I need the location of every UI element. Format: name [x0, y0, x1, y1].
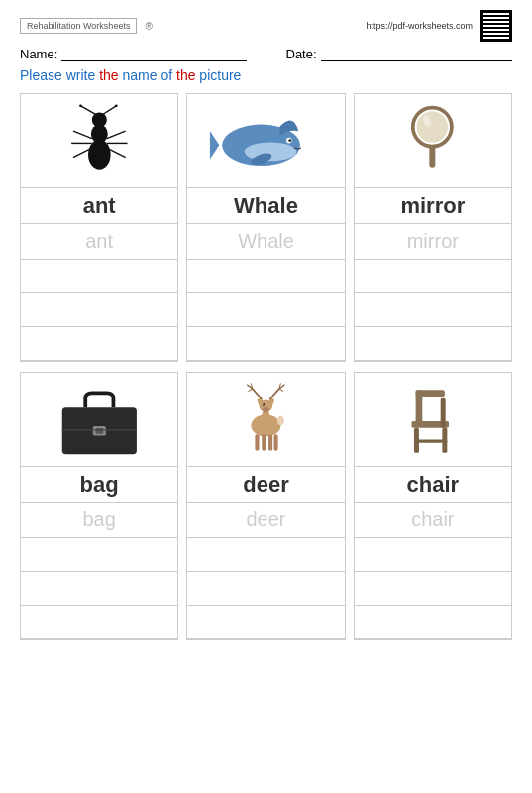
write-row-deer-1[interactable]: [187, 538, 344, 572]
word-ghost-whale: Whale: [187, 224, 344, 260]
name-date-row: Name: Date:: [20, 46, 512, 61]
svg-point-46: [277, 416, 284, 426]
image-whale: [187, 94, 344, 188]
svg-rect-42: [256, 435, 260, 451]
registration-mark: ®: [145, 21, 152, 32]
website-url: https://pdf-worksheets.com: [366, 21, 473, 31]
word-bold-deer: deer: [187, 467, 344, 503]
date-underline: [321, 46, 512, 61]
svg-rect-25: [95, 428, 103, 434]
svg-line-41: [279, 389, 283, 392]
date-label: Date:: [286, 47, 317, 61]
write-row-whale-3[interactable]: [187, 327, 344, 361]
word-bold-whale: Whale: [187, 188, 344, 224]
card-chair: chair chair: [354, 372, 512, 640]
write-row-ant-3[interactable]: [21, 327, 177, 361]
svg-line-5: [103, 106, 116, 114]
write-row-mirror-2[interactable]: [355, 293, 511, 327]
card-mirror: mirror mirror: [354, 93, 512, 362]
write-row-ant-1[interactable]: [21, 260, 177, 293]
ant-illustration: [37, 103, 162, 177]
image-mirror: [355, 94, 511, 188]
write-row-whale-2[interactable]: [187, 293, 344, 327]
svg-rect-48: [416, 391, 445, 397]
write-row-mirror-1[interactable]: [355, 260, 511, 293]
instruction-the2: the: [176, 67, 195, 83]
write-row-chair-3[interactable]: [355, 606, 511, 639]
write-row-mirror-3[interactable]: [355, 327, 511, 361]
card-whale: Whale Whale: [186, 93, 345, 362]
svg-rect-45: [274, 435, 278, 451]
card-deer: deer deer: [186, 372, 345, 640]
svg-point-20: [417, 112, 449, 144]
chair-illustration: [370, 382, 495, 456]
svg-point-2: [92, 113, 107, 128]
write-row-bag-3[interactable]: [21, 606, 177, 639]
instruction-the: the: [99, 67, 118, 83]
page-header: Rehabilitation Worksheets ® https://pdf-…: [20, 10, 512, 42]
svg-point-1: [91, 125, 108, 144]
svg-rect-28: [262, 411, 269, 426]
qr-code: [480, 10, 512, 42]
mirror-illustration: [370, 103, 495, 177]
svg-line-3: [80, 106, 95, 114]
write-row-bag-2[interactable]: [21, 572, 177, 606]
word-ghost-deer: deer: [187, 503, 344, 538]
write-row-chair-1[interactable]: [355, 538, 511, 572]
svg-point-17: [289, 140, 292, 143]
watermark-label: Rehabilitation Worksheets: [20, 18, 137, 34]
write-row-chair-2[interactable]: [355, 572, 511, 606]
write-row-deer-2[interactable]: [187, 572, 344, 606]
cards-grid-row1: ant ant: [20, 93, 512, 362]
word-ghost-chair: chair: [355, 503, 511, 538]
svg-line-38: [270, 389, 280, 399]
card-ant: ant ant: [20, 93, 178, 362]
svg-line-10: [107, 132, 126, 140]
deer-illustration: [203, 382, 329, 456]
word-ghost-bag: bag: [21, 503, 177, 538]
svg-marker-14: [210, 132, 219, 160]
svg-line-34: [253, 389, 263, 399]
write-row-ant-2[interactable]: [21, 293, 177, 327]
name-label: Name:: [20, 47, 57, 61]
cards-grid-row2: bag bag: [20, 372, 512, 640]
word-bold-bag: bag: [21, 467, 177, 503]
svg-point-6: [115, 105, 118, 108]
svg-point-30: [263, 407, 269, 412]
bag-illustration: [37, 382, 162, 456]
svg-rect-43: [262, 435, 266, 451]
card-bag: bag bag: [20, 372, 178, 640]
word-ghost-mirror: mirror: [355, 224, 511, 260]
svg-rect-52: [441, 398, 446, 428]
svg-line-7: [73, 132, 92, 140]
word-bold-mirror: mirror: [355, 188, 511, 224]
write-row-bag-1[interactable]: [21, 538, 177, 572]
name-underline: [61, 46, 246, 61]
image-chair: [355, 373, 511, 467]
write-row-whale-1[interactable]: [187, 260, 344, 293]
word-bold-ant: ant: [21, 188, 177, 224]
svg-rect-53: [416, 440, 448, 443]
image-ant: [21, 94, 177, 188]
image-deer: [187, 373, 344, 467]
word-ghost-ant: ant: [21, 224, 177, 260]
word-bold-chair: chair: [355, 467, 511, 503]
image-bag: [21, 373, 177, 467]
whale-illustration: [203, 103, 329, 177]
svg-point-4: [79, 105, 82, 108]
svg-point-0: [88, 140, 111, 170]
write-row-deer-3[interactable]: [187, 606, 344, 639]
svg-rect-21: [430, 146, 436, 169]
svg-line-37: [249, 389, 253, 392]
instruction-text: Please write the name of the picture: [20, 67, 512, 83]
svg-rect-44: [268, 435, 272, 451]
